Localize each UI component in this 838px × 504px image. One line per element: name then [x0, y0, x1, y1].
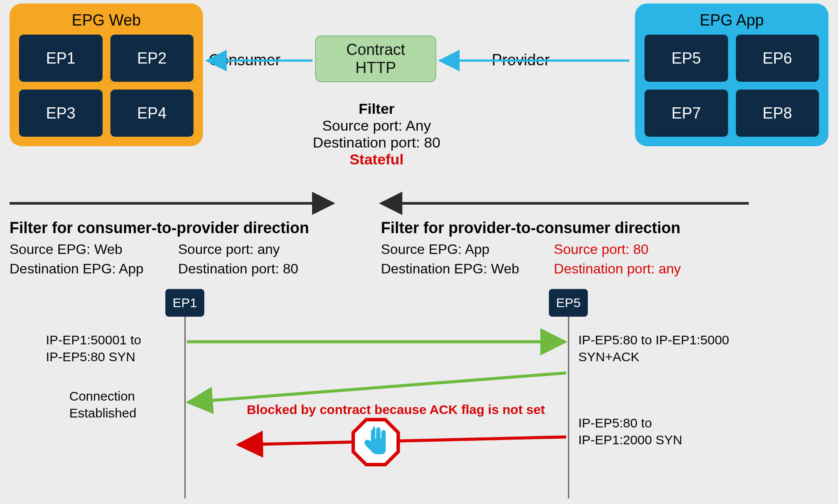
endpoint-ep4: EP4 [110, 90, 194, 137]
endpoint-ep3: EP3 [19, 90, 103, 137]
contract-name: Contract [346, 41, 405, 59]
filter-title: Filter [286, 100, 467, 117]
sequence-node-ep5: EP5 [549, 289, 588, 317]
epg-app-title: EPG App [645, 11, 819, 29]
contract-protocol: HTTP [355, 59, 396, 77]
filter-dest-port: Destination port: 80 [286, 134, 467, 151]
flow-syn-label: IP-EP1:50001 to IP-EP5:80 SYN [46, 331, 141, 365]
lifeline-ep1 [184, 317, 186, 498]
endpoint-ep8: EP8 [736, 90, 819, 137]
epg-web-title: EPG Web [19, 11, 193, 29]
sequence-node-ep1: EP1 [165, 289, 204, 317]
provider-filter-title: Filter for provider-to-consumer directio… [381, 219, 736, 237]
consumer-source-port: Source port: any [178, 240, 299, 259]
consumer-source-epg: Source EPG: Web [10, 240, 144, 259]
epg-app-group: EPG App EP5 EP6 EP7 EP8 [635, 3, 828, 146]
provider-source-epg: Source EPG: App [381, 240, 519, 259]
flow-synack-label: IP-EP5:80 to IP-EP1:5000 SYN+ACK [578, 331, 729, 365]
arrow-blocked [238, 437, 566, 445]
provider-label: Provider [492, 51, 550, 69]
consumer-dest-port: Destination port: 80 [178, 259, 299, 279]
blocked-message: Blocked by contract because ACK flag is … [247, 402, 545, 417]
consumer-filter-title: Filter for consumer-to-provider directio… [10, 219, 338, 237]
provider-dest-port: Destination port: any [554, 259, 681, 279]
filter-source-port: Source port: Any [286, 117, 467, 134]
provider-filter-section: Filter for provider-to-consumer directio… [381, 219, 736, 279]
stop-icon [353, 420, 398, 465]
endpoint-ep1: EP1 [19, 35, 103, 82]
endpoint-ep7: EP7 [645, 90, 728, 137]
endpoint-ep6: EP6 [736, 35, 819, 82]
svg-marker-0 [353, 420, 398, 465]
epg-web-group: EPG Web EP1 EP2 EP3 EP4 [10, 3, 203, 146]
epg-web-endpoints: EP1 EP2 EP3 EP4 [19, 35, 193, 137]
consumer-filter-section: Filter for consumer-to-provider directio… [10, 219, 338, 279]
consumer-dest-epg: Destination EPG: App [10, 259, 144, 279]
provider-dest-epg: Destination EPG: Web [381, 259, 519, 279]
provider-source-port: Source port: 80 [554, 240, 681, 259]
consumer-label: Consumer [209, 51, 280, 69]
endpoint-ep2: EP2 [110, 35, 194, 82]
filter-stateful: Stateful [286, 151, 467, 168]
filter-block: Filter Source port: Any Destination port… [286, 100, 467, 168]
flow-blocked-syn-label: IP-EP5:80 to IP-EP1:2000 SYN [578, 414, 682, 448]
contract-box: Contract HTTP [315, 35, 436, 82]
arrow-synack [188, 373, 566, 402]
flow-established-label: Connection Established [69, 388, 136, 421]
epg-app-endpoints: EP5 EP6 EP7 EP8 [645, 35, 819, 137]
endpoint-ep5: EP5 [645, 35, 728, 82]
lifeline-ep5 [568, 317, 569, 498]
